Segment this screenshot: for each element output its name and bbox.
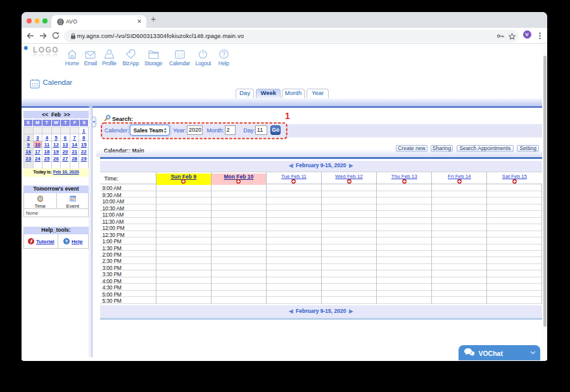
svg-text:?: ? bbox=[65, 238, 68, 244]
